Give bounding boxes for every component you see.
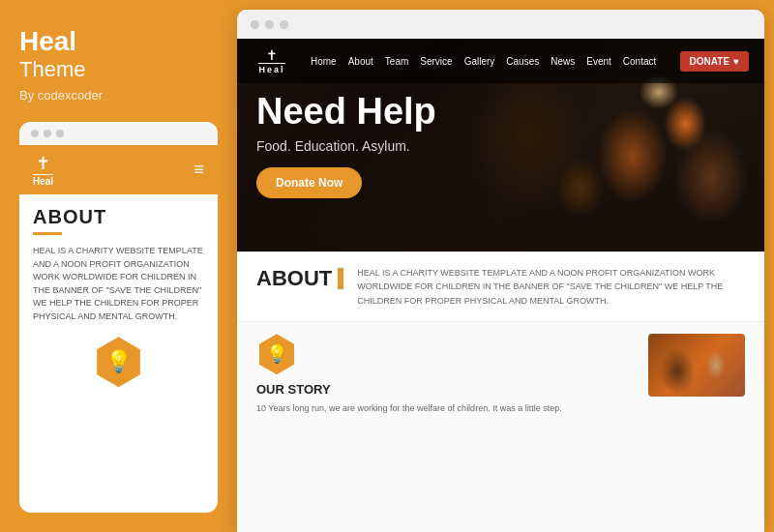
about-title: ABOUT: [256, 266, 343, 291]
story-hex-icon: 💡: [256, 334, 297, 374]
mobile-dot-2: [44, 130, 51, 137]
nav-team[interactable]: Team: [385, 56, 408, 67]
about-text: HEAL IS A CHARITY WEBSITE TEMPLATE AND A…: [357, 266, 745, 308]
mobile-preview-card: ✝ Heal ≡ ABOUT HEAL IS A CHARITY WEBSITE…: [19, 122, 218, 513]
story-image: [648, 334, 745, 397]
theme-subtitle: Theme: [19, 57, 218, 82]
theme-title: Heal: [19, 27, 218, 57]
browser-dot-1: [251, 20, 259, 29]
hero-subtitle: Food. Education. Asylum.: [256, 138, 745, 154]
about-accent: [338, 268, 343, 289]
story-section: 💡 OUR STORY 10 Years long run, we are wo…: [237, 321, 764, 532]
nav-contact[interactable]: Contact: [623, 56, 656, 67]
hero-section: ✝ Heal Home About Team Service Gallery C…: [237, 39, 764, 251]
hero-title: Need Help: [256, 92, 745, 133]
donate-now-button[interactable]: Donate Now: [256, 167, 362, 198]
mobile-card-header: [19, 122, 218, 145]
mobile-dot-1: [31, 130, 39, 137]
site-logo-text: Heal: [258, 63, 284, 74]
left-panel: Heal Theme By codexcoder ✝ Heal ≡ ABOUT …: [0, 0, 237, 532]
mobile-logo: ✝ Heal: [33, 153, 53, 187]
mobile-logo-icon: ✝: [36, 153, 50, 174]
mobile-dot-3: [56, 130, 64, 137]
about-title-block: ABOUT: [256, 266, 343, 291]
nav-news[interactable]: News: [551, 56, 575, 67]
mobile-about-title: ABOUT: [33, 206, 204, 228]
story-text: 10 Years long run, we are working for th…: [256, 401, 635, 415]
theme-author: By codexcoder: [19, 88, 218, 103]
nav-service[interactable]: Service: [420, 56, 452, 67]
nav-causes[interactable]: Causes: [506, 56, 539, 67]
website-nav: ✝ Heal Home About Team Service Gallery C…: [237, 39, 764, 83]
mobile-about-underline: [33, 232, 62, 235]
mobile-icon-section: 💡: [33, 337, 204, 387]
browser-bar: [237, 10, 764, 39]
mobile-logo-text: Heal: [33, 174, 53, 187]
site-logo: ✝ Heal: [253, 47, 291, 74]
browser-dot-2: [265, 20, 274, 29]
mobile-about-text: HEAL IS A CHARITY WEBSITE TEMPLATE AND A…: [33, 245, 204, 323]
nav-home[interactable]: Home: [311, 56, 337, 67]
mobile-content: ABOUT HEAL IS A CHARITY WEBSITE TEMPLATE…: [19, 194, 218, 513]
donate-button[interactable]: DONATE ♥: [680, 51, 749, 72]
site-logo-icon: ✝: [266, 47, 278, 63]
donate-label: DONATE: [690, 56, 729, 67]
story-left: 💡 OUR STORY 10 Years long run, we are wo…: [256, 334, 635, 415]
nav-links: Home About Team Service Gallery Causes N…: [311, 56, 680, 67]
nav-about[interactable]: About: [348, 56, 373, 67]
nav-event[interactable]: Event: [586, 56, 611, 67]
nav-gallery[interactable]: Gallery: [464, 56, 495, 67]
mobile-hexagon-icon: 💡: [94, 337, 144, 387]
story-title: OUR STORY: [256, 382, 635, 397]
browser-dot-3: [280, 20, 288, 29]
heart-icon: ♥: [733, 56, 739, 67]
mobile-nav: ✝ Heal ≡: [19, 145, 218, 194]
hamburger-icon[interactable]: ≡: [194, 160, 204, 180]
right-panel: ✝ Heal Home About Team Service Gallery C…: [237, 10, 764, 532]
about-section: ABOUT HEAL IS A CHARITY WEBSITE TEMPLATE…: [237, 251, 764, 321]
